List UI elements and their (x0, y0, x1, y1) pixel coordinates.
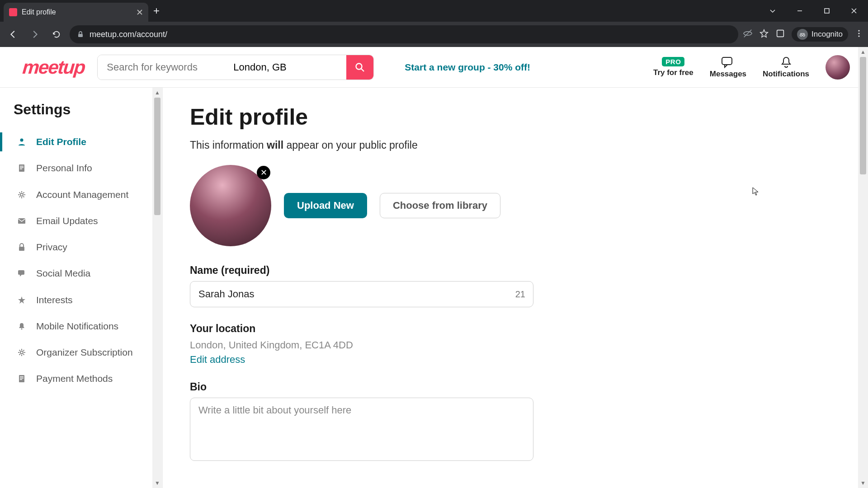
edit-address-link[interactable]: Edit address (190, 354, 245, 366)
window-maximize-icon[interactable] (814, 2, 840, 20)
svg-rect-18 (18, 218, 25, 224)
svg-line-10 (361, 69, 364, 71)
nav-reload-icon[interactable] (48, 26, 65, 43)
svg-point-7 (858, 33, 859, 34)
bell-icon (780, 56, 792, 69)
mail-icon (17, 216, 27, 225)
location-value: London, United Kingdom, EC1A 4DD (190, 339, 841, 351)
svg-rect-11 (722, 57, 732, 65)
notifications-link[interactable]: Notifications (763, 56, 809, 79)
svg-point-9 (356, 63, 362, 69)
incognito-indicator[interactable]: Incognito (792, 27, 848, 42)
try-pro-link[interactable]: PRO Try for free (653, 57, 693, 77)
sidebar-item-label: Edit Profile (36, 136, 135, 148)
gear-icon (17, 348, 27, 357)
search-icon (354, 62, 365, 73)
svg-rect-24 (20, 376, 24, 377)
sidebar-heading: Settings (14, 101, 139, 118)
scrollbar-thumb[interactable] (860, 57, 866, 174)
svg-rect-3 (777, 30, 784, 37)
sidebar-item-label: Mobile Notifications (36, 320, 135, 332)
svg-point-5 (803, 34, 805, 36)
svg-rect-20 (18, 270, 24, 275)
pro-badge: PRO (662, 57, 684, 66)
sidebar-item-label: Email Updates (36, 215, 135, 227)
search-location-input[interactable] (224, 55, 346, 80)
messages-icon (721, 56, 735, 69)
profile-avatar[interactable] (826, 55, 850, 80)
svg-rect-26 (20, 379, 22, 380)
close-tab-icon[interactable] (137, 9, 143, 15)
sidebar-scrollbar[interactable]: ▲ ▼ (152, 88, 162, 488)
sidebar-item-privacy[interactable]: Privacy (14, 234, 139, 260)
search-keywords-input[interactable] (98, 55, 224, 80)
scroll-down-arrow-icon[interactable]: ▼ (860, 478, 866, 488)
svg-rect-13 (19, 164, 24, 172)
browser-tab[interactable]: Edit profile (4, 3, 148, 22)
upload-new-button[interactable]: Upload New (284, 193, 367, 218)
svg-rect-0 (825, 9, 829, 13)
svg-point-4 (800, 34, 802, 36)
lock-icon (77, 31, 84, 38)
nav-forward-icon (26, 26, 43, 43)
tab-title: Edit profile (22, 8, 132, 16)
scroll-down-arrow-icon[interactable]: ▼ (155, 478, 160, 488)
sidebar-item-organizer-subscription[interactable]: Organizer Subscription (14, 339, 139, 366)
svg-line-2 (744, 30, 752, 38)
bookmark-star-icon[interactable] (759, 28, 769, 40)
browser-address-bar: meetup.com/account/ Incognito (0, 22, 868, 47)
name-input[interactable] (190, 281, 533, 307)
lock-icon (17, 243, 27, 252)
new-tab-button[interactable]: + (148, 5, 165, 17)
search-form (97, 55, 374, 80)
sidebar-item-account-management[interactable]: Account Management (14, 182, 139, 208)
scroll-up-arrow-icon[interactable]: ▲ (155, 88, 160, 98)
messages-label: Messages (710, 70, 746, 79)
svg-rect-15 (20, 167, 24, 168)
try-free-label: Try for free (653, 68, 693, 77)
sidebar-item-label: Interests (36, 294, 135, 306)
sidebar-item-interests[interactable]: Interests (14, 287, 139, 313)
remove-photo-icon[interactable]: ✕ (257, 166, 270, 179)
window-close-icon[interactable] (841, 2, 867, 20)
svg-rect-14 (20, 166, 24, 167)
messages-link[interactable]: Messages (710, 56, 746, 79)
tab-search-icon[interactable] (760, 2, 786, 20)
sidebar-item-personal-info[interactable]: Personal Info (14, 155, 139, 181)
meetup-logo[interactable]: meetup (22, 56, 86, 78)
choose-from-library-button[interactable]: Choose from library (380, 193, 500, 218)
sidebar-item-label: Account Management (36, 189, 135, 201)
page-scrollbar[interactable]: ▲ ▼ (858, 47, 868, 488)
url-text: meetup.com/account/ (90, 30, 167, 39)
sidebar-item-social-media[interactable]: Social Media (14, 260, 139, 286)
profile-photo-wrapper: ✕ (190, 165, 271, 246)
scrollbar-thumb[interactable] (154, 98, 160, 215)
sidebar-item-label: Personal Info (36, 162, 135, 174)
chat-icon (17, 269, 27, 278)
extensions-icon[interactable] (775, 28, 785, 40)
sidebar-item-label: Payment Methods (36, 373, 135, 385)
sidebar-item-email-updates[interactable]: Email Updates (14, 208, 139, 234)
sidebar-item-mobile-notifications[interactable]: Mobile Notifications (14, 313, 139, 339)
bio-textarea[interactable] (190, 398, 533, 461)
nav-back-icon[interactable] (5, 26, 22, 43)
window-minimize-icon[interactable] (787, 2, 813, 20)
location-label: Your location (190, 323, 841, 335)
bio-label: Bio (190, 381, 841, 393)
url-field[interactable]: meetup.com/account/ (70, 25, 738, 43)
settings-sidebar: Settings Edit Profile Personal Info Acco… (0, 88, 152, 401)
eye-off-icon[interactable] (743, 28, 753, 40)
browser-menu-icon[interactable] (854, 29, 863, 40)
tab-favicon (9, 8, 17, 16)
svg-rect-23 (19, 375, 24, 382)
incognito-label: Incognito (811, 30, 843, 39)
name-char-counter: 21 (515, 289, 525, 300)
page-title: Edit profile (190, 104, 841, 130)
start-group-promo-link[interactable]: Start a new group - 30% off! (405, 62, 530, 73)
sidebar-item-payment-methods[interactable]: Payment Methods (14, 366, 139, 392)
sidebar-item-edit-profile[interactable]: Edit Profile (14, 129, 139, 155)
search-button[interactable] (346, 55, 373, 80)
person-icon (17, 137, 27, 146)
scroll-up-arrow-icon[interactable]: ▲ (860, 47, 866, 57)
incognito-icon (797, 29, 808, 40)
